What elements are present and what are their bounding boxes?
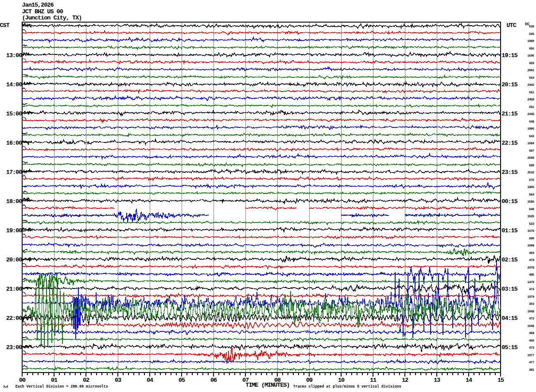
svg-text:648: 648 <box>529 120 534 123</box>
svg-text:651: 651 <box>529 105 534 109</box>
svg-text:21:15: 21:15 <box>501 111 517 117</box>
svg-text:479: 479 <box>529 258 534 262</box>
svg-text:1696: 1696 <box>527 54 534 58</box>
svg-text:16:00: 16:00 <box>6 140 22 146</box>
svg-text:1006: 1006 <box>527 127 534 131</box>
svg-text:14:00: 14:00 <box>6 81 22 88</box>
svg-text:19:15: 19:15 <box>501 52 517 59</box>
svg-text:20:00: 20:00 <box>6 257 22 263</box>
svg-text:TIME (MINUTES): TIME (MINUTES) <box>245 382 289 388</box>
svg-text:Each Vertical Division = 200.: Each Vertical Division = 200.00 microvol… <box>16 384 108 388</box>
svg-text:1608: 1608 <box>527 244 534 247</box>
svg-text:05: 05 <box>179 377 185 384</box>
svg-text:(Junction City, TX): (Junction City, TX) <box>22 15 82 21</box>
svg-text:14: 14 <box>466 377 472 384</box>
svg-text:1525: 1525 <box>527 215 534 218</box>
svg-text:589: 589 <box>529 164 534 167</box>
svg-text:1676: 1676 <box>527 229 534 233</box>
svg-text:2632: 2632 <box>527 171 534 174</box>
svg-text:472: 472 <box>529 317 534 320</box>
svg-text:363: 363 <box>529 302 534 306</box>
svg-text:23:15: 23:15 <box>501 169 517 176</box>
svg-text:643: 643 <box>529 135 534 138</box>
svg-text:2442: 2442 <box>527 83 534 87</box>
svg-text:11: 11 <box>370 377 377 384</box>
svg-text:664: 664 <box>529 76 534 80</box>
svg-text:21:00: 21:00 <box>6 286 22 292</box>
svg-text:1586: 1586 <box>527 200 534 204</box>
svg-text:03: 03 <box>115 377 121 384</box>
svg-text:639: 639 <box>529 25 534 28</box>
svg-text:02: 02 <box>83 377 89 384</box>
svg-text:12: 12 <box>402 377 408 384</box>
svg-text:UTC: UTC <box>507 22 517 29</box>
svg-text:540: 540 <box>529 208 534 211</box>
svg-text:03:15: 03:15 <box>501 286 517 292</box>
svg-text:646: 646 <box>529 32 534 36</box>
svg-text:01: 01 <box>51 377 58 384</box>
svg-text:19:00: 19:00 <box>6 227 22 234</box>
svg-text:1648: 1648 <box>527 324 534 328</box>
svg-text:477: 477 <box>529 361 534 364</box>
svg-text:1684: 1684 <box>527 142 534 145</box>
svg-text:1865: 1865 <box>527 185 534 189</box>
svg-text:17:00: 17:00 <box>6 169 22 176</box>
svg-text:Traces clipped at plus/minus 5: Traces clipped at plus/minus 5 vertical … <box>293 384 401 388</box>
svg-text:23:00: 23:00 <box>6 344 22 351</box>
svg-text:2445: 2445 <box>527 112 534 116</box>
svg-text:06: 06 <box>210 377 217 384</box>
svg-text:607: 607 <box>529 149 534 153</box>
svg-text:576: 576 <box>529 178 534 182</box>
svg-text:554: 554 <box>529 193 534 196</box>
svg-text:523: 523 <box>529 222 534 226</box>
svg-text:10: 10 <box>338 377 345 384</box>
svg-text:00:15: 00:15 <box>501 198 517 205</box>
svg-text:01:15: 01:15 <box>501 227 517 234</box>
svg-text:1977: 1977 <box>527 354 534 357</box>
svg-text:493: 493 <box>529 251 534 255</box>
svg-text:09: 09 <box>306 377 313 384</box>
svg-text:22:15: 22:15 <box>501 140 517 146</box>
svg-text:500: 500 <box>529 237 534 240</box>
svg-text:468: 468 <box>529 331 534 335</box>
svg-text:473: 473 <box>529 288 534 291</box>
svg-text:659: 659 <box>529 61 534 65</box>
svg-text:04:15: 04:15 <box>501 315 517 322</box>
svg-text:00: 00 <box>19 377 26 384</box>
svg-text:656: 656 <box>529 47 534 50</box>
svg-text:2001: 2001 <box>527 69 534 72</box>
svg-text:JCT BHZ US 00: JCT BHZ US 00 <box>22 8 63 15</box>
svg-text:CST: CST <box>0 22 10 29</box>
svg-text:Jan15,2026: Jan15,2026 <box>22 2 54 8</box>
svg-text:04: 04 <box>147 377 153 384</box>
svg-text:22:00: 22:00 <box>6 315 22 322</box>
svg-text:13:00: 13:00 <box>6 52 22 59</box>
svg-text:18:00: 18:00 <box>6 198 22 205</box>
svg-text:481: 481 <box>529 368 534 372</box>
svg-text:02:15: 02:15 <box>501 257 517 263</box>
svg-text:2478: 2478 <box>527 266 534 269</box>
svg-text:1979: 1979 <box>527 295 534 299</box>
svg-text:13: 13 <box>434 377 440 384</box>
svg-text:1668: 1668 <box>527 310 534 313</box>
svg-text:466: 466 <box>529 339 534 342</box>
svg-text:20:15: 20:15 <box>501 81 517 88</box>
svg-text:473: 473 <box>529 346 534 350</box>
svg-text:1089: 1089 <box>527 39 534 43</box>
svg-text:05:15: 05:15 <box>501 344 517 351</box>
svg-text:2458: 2458 <box>527 98 534 101</box>
svg-text:661: 661 <box>529 91 534 94</box>
svg-text:15: 15 <box>497 377 504 384</box>
svg-text:2590: 2590 <box>527 156 534 160</box>
svg-text:1479: 1479 <box>527 281 534 284</box>
svg-text:15:00: 15:00 <box>6 111 22 117</box>
svg-text:485: 485 <box>529 273 534 277</box>
